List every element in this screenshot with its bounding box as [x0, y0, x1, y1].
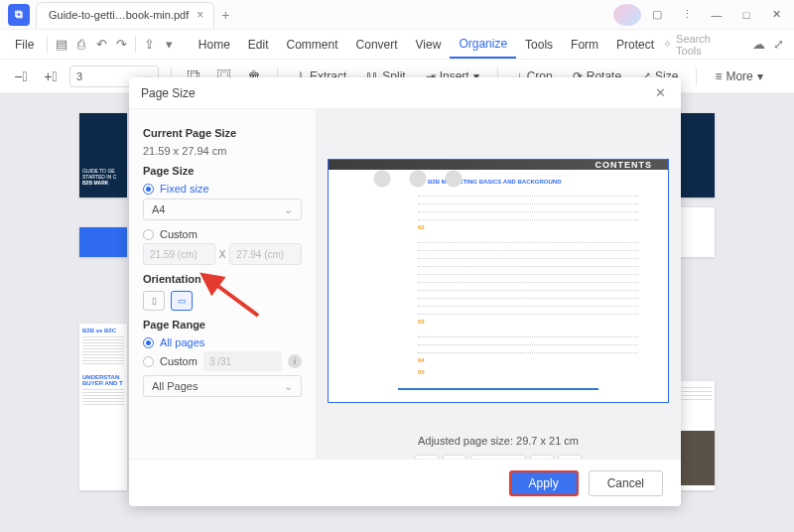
menu-tools[interactable]: Tools — [516, 30, 562, 59]
search-tools[interactable]: ✧ Search Tools — [663, 33, 738, 57]
page-thumbnail[interactable] — [675, 207, 715, 257]
menu-home[interactable]: Home — [190, 30, 239, 59]
menu-comment[interactable]: Comment — [278, 30, 347, 59]
redo-icon[interactable]: ↷ — [111, 37, 131, 52]
menu-convert[interactable]: Convert — [347, 30, 407, 59]
close-dialog-icon[interactable]: ✕ — [651, 85, 669, 100]
cancel-button[interactable]: Cancel — [589, 470, 663, 496]
preview-toc: 01 B2B MARKETING BASICS AND BACKGROUND 0… — [329, 170, 668, 388]
more-button[interactable]: ≡More▾ — [709, 69, 768, 83]
search-placeholder: Search Tools — [676, 33, 738, 57]
share-dropdown-icon[interactable]: ▾ — [160, 37, 180, 52]
custom-height-input: 27.94 (cm) — [229, 243, 302, 265]
custom-range-radio[interactable]: Custom — [143, 355, 198, 367]
account-icon[interactable] — [613, 4, 641, 26]
menu-file[interactable]: File — [6, 30, 43, 59]
menu-protect[interactable]: Protect — [607, 30, 663, 59]
preview-pager: « ‹ 3 /31 › » — [316, 455, 681, 459]
title-bar: ⧉ Guide-to-getti…book-min.pdf × + ▢ ⋮ — … — [0, 0, 794, 30]
more-icon: ≡ — [715, 69, 722, 83]
cloud-icon[interactable]: ☁ — [748, 37, 768, 52]
close-window-icon[interactable]: ✕ — [762, 4, 790, 26]
dialog-title: Page Size — [141, 86, 196, 100]
page-thumbnail[interactable] — [675, 381, 715, 490]
custom-range-input: 3 /31 — [203, 351, 282, 371]
current-size-value: 21.59 x 27.94 cm — [143, 145, 302, 157]
adjusted-size-label: Adjusted page size: 29.7 x 21 cm — [316, 435, 681, 447]
pager-first[interactable]: « — [415, 455, 439, 459]
preview-banner: CONTENTS — [329, 160, 668, 170]
app-icon: ⧉ — [8, 4, 30, 26]
chevron-down-icon: ⌄ — [284, 380, 293, 393]
menu-bar: File ▤ ⎙ ↶ ↷ ⇪ ▾ Home Edit Comment Conve… — [0, 30, 794, 60]
fixed-size-select[interactable]: A4⌄ — [143, 199, 302, 220]
menu-organize[interactable]: Organize — [450, 30, 516, 59]
save-icon[interactable]: ▤ — [52, 37, 71, 52]
wand-icon: ✧ — [663, 38, 672, 51]
orientation-landscape[interactable]: ▭ — [171, 291, 193, 311]
page-thumbnail[interactable]: GUIDE TO GE STARTED IN C B2B MARK — [79, 113, 127, 198]
chevron-down-icon: ⌄ — [284, 203, 293, 216]
close-tab-icon[interactable]: × — [197, 8, 203, 22]
preview-footer — [398, 388, 598, 390]
info-icon[interactable]: i — [288, 354, 302, 368]
expand-icon[interactable]: ⤢ — [768, 37, 788, 52]
pager-prev[interactable]: ‹ — [443, 455, 466, 459]
page-thumbnail[interactable] — [79, 227, 127, 257]
dialog-settings-panel: Current Page Size 21.59 x 27.94 cm Page … — [129, 109, 316, 459]
fixed-size-radio[interactable]: Fixed size — [143, 183, 302, 195]
pager-page-input[interactable]: 3 /31 — [470, 455, 526, 459]
page-preview: CONTENTS 01 B2B MARKETING BASICS AND BAC… — [328, 159, 669, 403]
apply-button[interactable]: Apply — [509, 470, 579, 496]
custom-size-radio[interactable]: Custom — [143, 228, 302, 240]
orientation-label: Orientation — [143, 273, 302, 285]
chevron-down-icon: ▾ — [757, 69, 763, 83]
new-tab-button[interactable]: + — [214, 7, 236, 23]
x-separator: X — [219, 249, 226, 260]
print-icon[interactable]: ⎙ — [71, 37, 91, 52]
share-icon[interactable]: ⇪ — [140, 37, 160, 52]
minimize-icon[interactable]: — — [703, 4, 730, 26]
menu-view[interactable]: View — [407, 30, 451, 59]
pager-last[interactable]: » — [558, 455, 582, 459]
all-pages-radio[interactable]: All pages — [143, 336, 302, 348]
page-size-dialog: Page Size ✕ Current Page Size 21.59 x 27… — [129, 77, 681, 506]
pager-next[interactable]: › — [530, 455, 554, 459]
orientation-portrait[interactable]: ▯ — [143, 291, 165, 311]
page-thumbnail[interactable] — [675, 113, 715, 198]
page-range-label: Page Range — [143, 319, 302, 331]
dialog-preview-panel: CONTENTS 01 B2B MARKETING BASICS AND BAC… — [316, 109, 681, 459]
custom-width-input: 21.59 (cm) — [143, 243, 215, 265]
zoom-out-icon[interactable]: −⃝ — [10, 66, 32, 87]
page-thumbnail[interactable]: B2B vs B2C UNDERSTANBUYER AND T — [79, 324, 127, 490]
undo-icon[interactable]: ↶ — [91, 37, 111, 52]
page-size-label: Page Size — [143, 165, 302, 177]
zoom-in-icon[interactable]: +⃝ — [40, 66, 62, 87]
menu-form[interactable]: Form — [562, 30, 607, 59]
maximize-icon[interactable]: □ — [732, 4, 760, 26]
document-tab[interactable]: Guide-to-getti…book-min.pdf × — [36, 2, 214, 28]
tab-title: Guide-to-getti…book-min.pdf — [49, 9, 189, 21]
comment-pane-icon[interactable]: ▢ — [643, 4, 671, 26]
kebab-menu-icon[interactable]: ⋮ — [673, 4, 701, 26]
menu-edit[interactable]: Edit — [239, 30, 278, 59]
current-size-label: Current Page Size — [143, 127, 302, 139]
range-select[interactable]: All Pages⌄ — [143, 375, 302, 397]
